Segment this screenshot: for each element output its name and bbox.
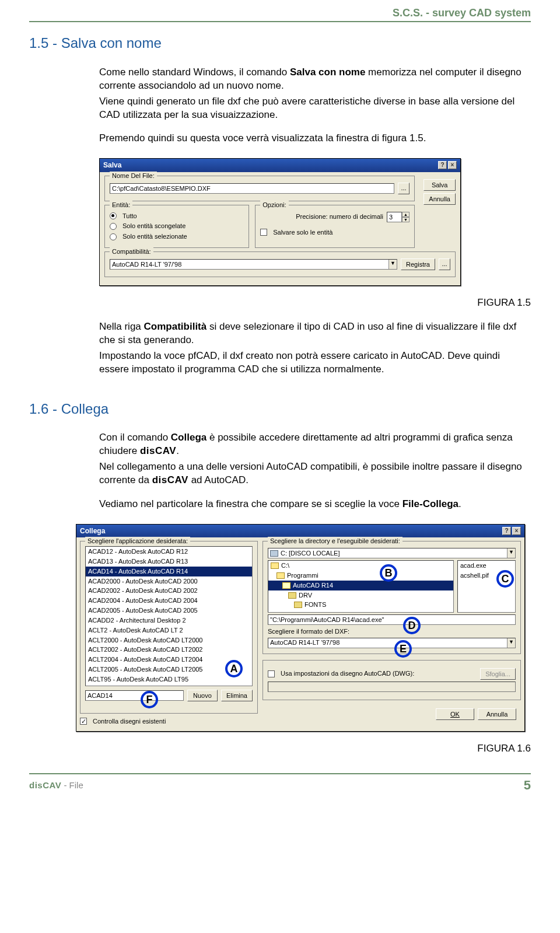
s16p3b: File-Collega: [402, 498, 459, 509]
folder-item[interactable]: AutoCAD R14: [268, 581, 453, 590]
chk-dwg[interactable]: [268, 670, 275, 677]
list-item[interactable]: ACAD2000 - AutoDesk AutoCAD 2000: [86, 576, 252, 586]
sfoglia-button[interactable]: Sfoglia...: [480, 668, 516, 680]
folder-item[interactable]: Programmi: [268, 571, 453, 581]
apps-listbox[interactable]: ACAD12 - AutoDesk AutoCAD R12ACAD13 - Au…: [85, 546, 253, 686]
p5: Impostando la voce pfCAD, il dxf creato …: [99, 350, 531, 376]
dwg-path-input: [268, 682, 516, 692]
drive-icon: [270, 550, 278, 557]
compat-value: AutoCAD R14-LT '97/'98: [112, 260, 181, 269]
list-item[interactable]: ACADD2 - Architectural Desktop 2: [86, 616, 252, 626]
close-icon[interactable]: ×: [512, 527, 521, 535]
compat-combo[interactable]: AutoCAD R14-LT '97/'98 ▼: [110, 259, 397, 270]
radio-scong-label: Solo entità scongelate: [123, 222, 186, 230]
list-item[interactable]: ACAD2004 - AutoDesk AutoCAD 2004: [86, 596, 252, 606]
section-1-5-after: Nella riga Compatibilità si deve selezio…: [99, 320, 531, 376]
page-number: 5: [524, 777, 531, 794]
header-brand: S.C.S. - survey CAD system: [29, 0, 531, 21]
nuovo-button[interactable]: Nuovo: [187, 690, 218, 701]
folders-listbox[interactable]: C:\ProgrammiAutoCAD R14DRVFONTS: [268, 560, 454, 613]
grp-opzioni-legend: Opzioni:: [260, 201, 288, 209]
elimina-button[interactable]: Elimina: [221, 690, 253, 701]
spin-up-icon[interactable]: ▲: [402, 212, 410, 217]
dialog-collega-title: Collega: [80, 526, 105, 536]
registra-button[interactable]: Registra: [401, 258, 435, 270]
radio-tutto[interactable]: [110, 212, 117, 219]
section-1-6-body: Con il comando Collega è possibile acced…: [99, 431, 531, 511]
filepath-input[interactable]: [110, 183, 394, 194]
section-1-5-title: 1.5 - Salva con nome: [29, 34, 531, 53]
p2: Viene quindi generato un file dxf che pu…: [99, 95, 531, 122]
grp-entita-legend: Entità:: [110, 201, 132, 209]
folder-label: C:\: [281, 561, 289, 570]
p4a: Nella riga: [99, 321, 144, 332]
folder-item[interactable]: DRV: [268, 590, 453, 600]
drive-combo[interactable]: C: [DISCO LOCALE] ▼: [268, 548, 516, 558]
list-item[interactable]: ACLT97 - AutoDesk AutoCAD LT 97: [86, 684, 252, 686]
chk-salvare-entita[interactable]: [260, 229, 267, 236]
spin-down-icon[interactable]: ▼: [402, 217, 410, 222]
grp-left-legend: Scegliere l'applicazione desiderata:: [85, 537, 190, 546]
section-1-6-title: 1.6 - Collega: [29, 400, 531, 418]
s16p2c: ad AutoCAD.: [188, 474, 249, 485]
folder-item[interactable]: C:\: [268, 561, 453, 571]
chevron-down-icon: ▼: [388, 260, 397, 269]
selected-app-input[interactable]: [85, 690, 184, 701]
browse-button[interactable]: ...: [398, 183, 410, 194]
ok-button[interactable]: OK: [436, 708, 474, 720]
list-item[interactable]: ACLT2002 - AutoDesk AutoCAD LT2002: [86, 645, 252, 655]
list-item[interactable]: ACAD12 - AutoDesk AutoCAD R12: [86, 547, 252, 557]
chk-dwg-label: Usa impostazioni da disegno AutoCAD (DWG…: [281, 669, 414, 678]
folder-icon: [288, 592, 296, 599]
drive-value: C: [DISCO LOCALE]: [281, 549, 340, 558]
folder-label: DRV: [299, 591, 312, 600]
format-combo[interactable]: AutoCAD R14-LT '97/'98 ▼: [268, 638, 516, 648]
grp-nome-legend: Nome Del File:: [110, 172, 157, 180]
dialog-collega: Collega ? × Scegliere l'applicazione des…: [76, 524, 525, 732]
folder-icon: [276, 572, 285, 579]
figure-1-6-caption: FIGURA 1.6: [29, 742, 531, 756]
chk-salvare-label: Salvare solo le entità: [273, 228, 332, 237]
list-item[interactable]: ACAD2005 - AutoDesk AutoCAD 2005: [86, 606, 252, 616]
header-rule: [29, 21, 531, 22]
list-item[interactable]: ACLT2000 - AutoDesk AutoCAD LT2000: [86, 635, 252, 645]
dialog-salva-titlebar[interactable]: Salva ? ×: [100, 159, 460, 172]
file-item[interactable]: acad.exe: [458, 561, 515, 571]
radio-selez-label: Solo entità selezionate: [123, 232, 187, 241]
precisione-label: Precisione: numero di decimali: [296, 212, 383, 221]
radio-selezionate[interactable]: [110, 233, 117, 240]
salva-button[interactable]: Salva: [424, 179, 456, 191]
p3: Premendo quindi su questa voce verrà vis…: [99, 132, 531, 145]
help-icon[interactable]: ?: [502, 527, 511, 535]
files-listbox[interactable]: acad.exeacshell.pif: [457, 560, 516, 613]
grp-right-legend: Scegliere la directory e l'eseguibile de…: [268, 537, 402, 546]
annulla-button[interactable]: Annulla: [478, 708, 516, 720]
radio-scongelate[interactable]: [110, 223, 117, 230]
folder-icon: [282, 582, 290, 589]
close-icon[interactable]: ×: [448, 161, 457, 169]
s16p1e: .: [176, 445, 179, 456]
list-item[interactable]: ACAD2002 - AutoDesk AutoCAD 2002: [86, 586, 252, 596]
exec-path-input[interactable]: [268, 614, 516, 625]
dialog-collega-titlebar[interactable]: Collega ? ×: [76, 525, 524, 537]
compat-dots-button[interactable]: ...: [439, 258, 450, 270]
s16p3a: Vediamo nel particolare la finestra che …: [99, 498, 402, 509]
list-item[interactable]: ACAD14 - AutoDesk AutoCAD R14: [86, 567, 252, 576]
list-item[interactable]: ACLT95 - AutoDesk AutoCAD LT95: [86, 675, 252, 684]
list-item[interactable]: ACAD13 - AutoDesk AutoCAD R13: [86, 557, 252, 567]
dialog-salva-title: Salva: [103, 160, 121, 170]
list-item[interactable]: ACLT2004 - AutoDesk AutoCAD LT2004: [86, 655, 252, 665]
section-1-5-body: Come nello standard Windows, il comando …: [99, 66, 531, 146]
list-item[interactable]: ACLT2 - AutoDesk AutoCAD LT 2: [86, 626, 252, 635]
s16p1a: Con il comando: [99, 432, 171, 443]
s16p2b: disCAV: [152, 474, 188, 485]
chevron-down-icon: ▼: [507, 638, 515, 648]
list-item[interactable]: ACLT2005 - AutoDesk AutoCAD LT2005: [86, 665, 252, 675]
help-icon[interactable]: ?: [438, 161, 447, 169]
chk-controlla[interactable]: ✓: [80, 718, 87, 725]
precisione-input[interactable]: [387, 212, 402, 222]
annulla-button[interactable]: Annulla: [424, 193, 456, 205]
footer-section: - File: [61, 780, 83, 790]
folder-item[interactable]: FONTS: [268, 600, 453, 610]
file-item[interactable]: acshell.pif: [458, 571, 515, 581]
